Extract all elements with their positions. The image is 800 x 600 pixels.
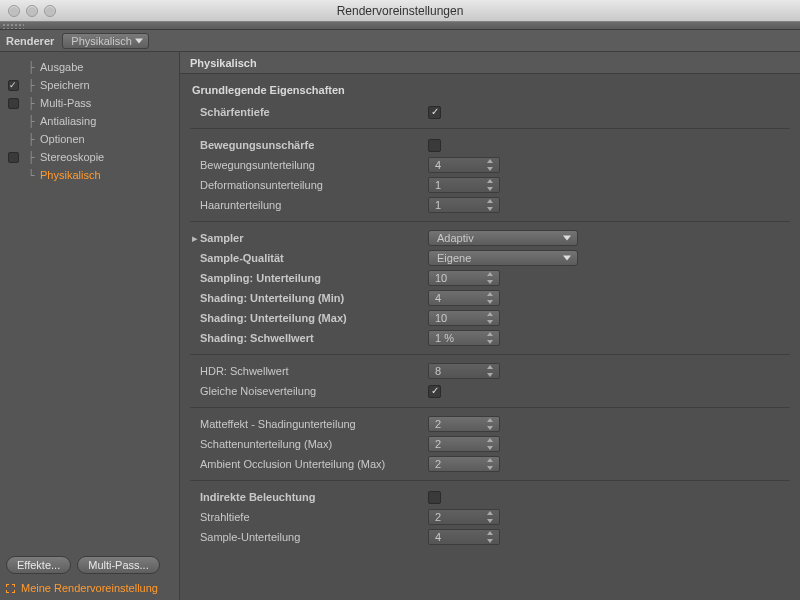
prop-label: Shading: Unterteilung (Min) — [200, 292, 346, 304]
sampler-dropdown[interactable]: Adaptiv — [428, 230, 578, 246]
preset-row[interactable]: Meine Rendervoreinstellung — [6, 582, 173, 594]
preset-label: Meine Rendervoreinstellung — [21, 582, 158, 594]
tree-item-antialiasing[interactable]: ├ Antialiasing — [0, 112, 179, 130]
schatten-max-field[interactable]: 2 — [428, 436, 500, 452]
prop-label: Sample-Qualität — [200, 252, 286, 264]
prop-label: Shading: Unterteilung (Max) — [200, 312, 349, 324]
prop-label: Bewegungsunschärfe — [200, 139, 316, 151]
tree-item-stereoskopie[interactable]: ├ Stereoskopie — [0, 148, 179, 166]
shading-max-field[interactable]: 10 — [428, 310, 500, 326]
tree-checkbox[interactable] — [8, 98, 19, 109]
sidebar: ├ Ausgabe ├ Speichern ├ Multi-Pass ├ Ant… — [0, 52, 180, 600]
prop-label: Haarunterteilung — [200, 199, 283, 211]
render-settings-tree: ├ Ausgabe ├ Speichern ├ Multi-Pass ├ Ant… — [0, 52, 179, 550]
traffic-close[interactable] — [8, 5, 20, 17]
traffic-minimize[interactable] — [26, 5, 38, 17]
renderer-label: Renderer — [6, 35, 54, 47]
prop-label: Ambient Occlusion Unterteilung (Max) — [200, 458, 387, 470]
prop-label: Strahltiefe — [200, 511, 252, 523]
strahltiefe-field[interactable]: 2 — [428, 509, 500, 525]
window-title: Rendervoreinstellungen — [0, 4, 800, 18]
preset-icon — [6, 584, 15, 593]
traffic-zoom[interactable] — [44, 5, 56, 17]
panel-tab[interactable]: Physikalisch — [180, 52, 800, 74]
tree-item-label: Ausgabe — [40, 61, 83, 73]
prop-label: Shading: Schwellwert — [200, 332, 316, 344]
prop-label: Sampling: Unterteilung — [200, 272, 323, 284]
renderer-dropdown-value: Physikalisch — [71, 35, 132, 47]
hdr-schwellwert-field[interactable]: 8 — [428, 363, 500, 379]
tree-item-label: Physikalisch — [40, 169, 101, 181]
shading-schwellwert-field[interactable]: 1 % — [428, 330, 500, 346]
prop-label: HDR: Schwellwert — [200, 365, 291, 377]
prop-label: Schattenunterteilung (Max) — [200, 438, 334, 450]
tree-checkbox[interactable] — [8, 80, 19, 91]
tool-strip — [0, 22, 800, 30]
tree-item-label: Antialiasing — [40, 115, 96, 127]
gleiche-noise-checkbox[interactable] — [428, 385, 441, 398]
tree-item-physikalisch[interactable]: └ Physikalisch — [0, 166, 179, 184]
tree-item-optionen[interactable]: ├ Optionen — [0, 130, 179, 148]
prop-label: Bewegungsunterteilung — [200, 159, 317, 171]
prop-label: Indirekte Beleuchtung — [200, 491, 318, 503]
prop-label: Sample-Unterteilung — [200, 531, 302, 543]
tree-item-multipass[interactable]: ├ Multi-Pass — [0, 94, 179, 112]
haarunterteilung-field[interactable]: 1 — [428, 197, 500, 213]
sampling-unterteilung-field[interactable]: 10 — [428, 270, 500, 286]
renderer-bar: Renderer Physikalisch — [0, 30, 800, 52]
group-header: Grundlegende Eigenschaften — [190, 80, 790, 102]
multipass-button[interactable]: Multi-Pass... — [77, 556, 160, 574]
prop-label: Schärfentiefe — [200, 106, 272, 118]
tree-item-speichern[interactable]: ├ Speichern — [0, 76, 179, 94]
sample-qualitaet-dropdown[interactable]: Eigene — [428, 250, 578, 266]
properties-panel: Physikalisch Grundlegende Eigenschaften … — [180, 52, 800, 600]
tree-item-label: Multi-Pass — [40, 97, 91, 109]
grip-icon — [2, 23, 24, 29]
ao-max-field[interactable]: 2 — [428, 456, 500, 472]
sample-unterteilung-field[interactable]: 4 — [428, 529, 500, 545]
effekte-button[interactable]: Effekte... — [6, 556, 71, 574]
deformationsunterteilung-field[interactable]: 1 — [428, 177, 500, 193]
tree-item-label: Optionen — [40, 133, 85, 145]
tree-item-ausgabe[interactable]: ├ Ausgabe — [0, 58, 179, 76]
window-titlebar: Rendervoreinstellungen — [0, 0, 800, 22]
schaerfentiefe-checkbox[interactable] — [428, 106, 441, 119]
indirekte-beleuchtung-checkbox[interactable] — [428, 491, 441, 504]
tree-item-label: Stereoskopie — [40, 151, 104, 163]
tree-item-label: Speichern — [40, 79, 90, 91]
prop-label: Deformationsunterteilung — [200, 179, 325, 191]
prop-label: Gleiche Noiseverteilung — [200, 385, 318, 397]
renderer-dropdown[interactable]: Physikalisch — [62, 33, 149, 49]
prop-label: Sampler — [200, 232, 245, 244]
bewegungsunterteilung-field[interactable]: 4 — [428, 157, 500, 173]
bewegungsunschaerfe-checkbox[interactable] — [428, 139, 441, 152]
shading-min-field[interactable]: 4 — [428, 290, 500, 306]
tree-checkbox[interactable] — [8, 152, 19, 163]
prop-label: Matteffekt - Shadingunterteilung — [200, 418, 358, 430]
matteffekt-field[interactable]: 2 — [428, 416, 500, 432]
